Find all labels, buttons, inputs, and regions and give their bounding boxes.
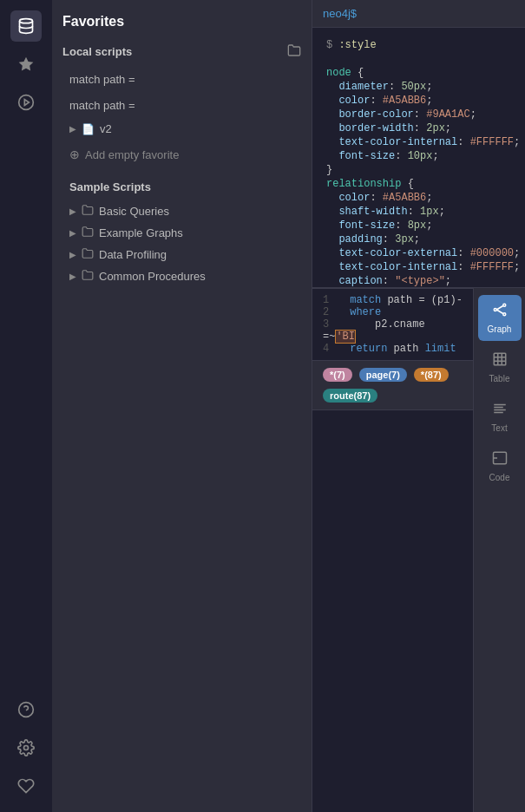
sample-item-data-profiling: Data Profiling [99,248,167,261]
script-item-2-label: match path = [69,99,135,112]
code-line-caption: caption: "<type>"; [312,274,525,288]
code-icon [492,450,508,469]
code-line-border-color: border-color: #9AA1AC; [312,108,525,121]
code-line-rel-font-size: font-size: 8px; [312,219,525,232]
svg-point-2 [19,95,34,110]
chevron-icon: ▶ [69,206,76,216]
code-line-rel-open: relationship { [312,177,525,191]
tree-item-common-procedures[interactable]: ▶ Common Procedures [62,265,301,287]
local-scripts-title: Local scripts [62,45,132,58]
local-scripts-folder-icon[interactable] [287,43,301,60]
query-bar: neo4j$ [312,0,525,28]
code-line-shaft-width: shaft-width: 1px; [312,205,525,219]
code-line-blank [312,52,525,66]
tree-item-example-graphs[interactable]: ▶ Example Graphs [62,222,301,244]
svg-point-8 [502,304,505,306]
tab-graph-label: Graph [488,324,512,334]
tree-item-v2-label: v2 [100,122,112,135]
tab-text-label: Text [491,423,507,433]
code-line-text-external: text-color-external: #000000; [312,246,525,260]
script-item-2[interactable]: match path = ▶ [62,93,301,117]
code-line-rel-color: color: #A5ABB6; [312,191,525,205]
badge-all-nodes: *(87) [414,368,449,382]
text-icon [492,401,508,420]
svg-line-10 [496,306,503,311]
folder-icon [82,204,94,219]
side-tabs: Graph Table [473,288,525,812]
query-result-area: 1 match path = (p1)- 2 where 3 p2.cname … [312,288,525,812]
sidebar: Favorites Local scripts match path = ▶ m… [52,0,312,812]
tree-item-v2[interactable]: ▶ 📄 v2 [62,119,301,139]
badge-page: page(7) [359,368,407,382]
svg-point-9 [502,313,505,316]
play-circle-icon[interactable] [10,87,42,118]
result-header: *(7) page(7) *(87) route(87) [312,361,473,410]
folder-icon [82,269,94,284]
sidebar-title: Favorites [62,14,301,29]
svg-marker-1 [19,57,34,71]
style-code-editor[interactable]: $ :style node { diameter: 50px; color: #… [312,28,525,288]
svg-point-0 [20,19,33,23]
graph-icon [492,302,508,321]
tree-item-basic-queries[interactable]: ▶ Basic Queries [62,200,301,222]
folder-icon [82,247,94,262]
sample-item-common-procedures: Common Procedures [99,270,206,283]
code-line-color: color: #A5ABB6; [312,94,525,108]
code-line-node-close: } [312,163,525,177]
add-favorite-btn[interactable]: ⊕ Add empty favorite [62,142,301,167]
svg-marker-3 [24,100,29,106]
svg-rect-12 [494,353,506,365]
tab-code-label: Code [489,473,510,482]
tab-table[interactable]: Table [478,344,522,390]
folder-icon: 📄 [82,123,95,135]
result-content [312,410,473,812]
tab-text[interactable]: Text [478,394,522,440]
main-content: neo4j$ $ :style node { diameter: 50px; c… [312,0,525,812]
icon-bar [0,0,52,812]
star-icon[interactable] [10,49,42,80]
code-line-text-internal2: text-color-internal: #FFFFFF; [312,260,525,274]
database-icon[interactable] [10,10,42,42]
add-favorite-icon: ⊕ [69,147,80,161]
add-favorite-label: Add empty favorite [85,148,179,161]
gear-icon[interactable] [10,732,42,763]
svg-point-6 [24,746,29,750]
svg-line-11 [496,310,503,314]
sample-item-example-graphs: Example Graphs [99,226,183,239]
tree-item-data-profiling[interactable]: ▶ Data Profiling [62,244,301,265]
code-line-font-size: font-size: 10px; [312,149,525,163]
code-line-text-internal: text-color-internal: #FFFFFF; [312,135,525,149]
tab-graph[interactable]: Graph [478,295,522,341]
tab-table-label: Table [489,374,510,383]
question-icon[interactable] [10,694,42,725]
query-line-editor[interactable]: 1 match path = (p1)- 2 where 3 p2.cname … [312,288,473,361]
code-line-border-width: border-width: 2px; [312,121,525,135]
folder-icon [82,226,94,240]
chevron-icon: ▶ [69,124,76,134]
table-icon [492,351,508,370]
code-line-node-open: node { [312,66,525,80]
chevron-icon: ▶ [69,250,76,259]
right-panel: 1 match path = (p1)- 2 where 3 p2.cname … [312,288,473,812]
chevron-icon: ▶ [69,272,76,281]
script-item-1-label: match path = [69,73,135,86]
code-line-padding: padding: 3px; [312,232,525,246]
sample-item-basic-queries: Basic Queries [99,205,169,218]
svg-point-7 [494,309,496,311]
badge-route: route(87) [323,389,377,403]
code-line-style: $ :style [312,38,525,52]
chevron-icon: ▶ [69,228,76,238]
plugin-icon[interactable] [10,770,42,802]
tab-code[interactable]: Code [478,443,522,489]
badge-nodes: *(7) [323,368,352,382]
script-item-1[interactable]: match path = ▶ [62,67,301,91]
query-line-4: 4 return path limit [323,343,463,355]
code-line-diameter: diameter: 50px; [312,80,525,94]
query-line-2: 2 where [323,306,463,318]
query-line-1: 1 match path = (p1)- [323,294,463,306]
sample-scripts-title: Sample Scripts [62,180,301,193]
query-line-3: 3 p2.cname =~'BI [323,318,463,343]
query-bar-label: neo4j$ [323,7,357,20]
